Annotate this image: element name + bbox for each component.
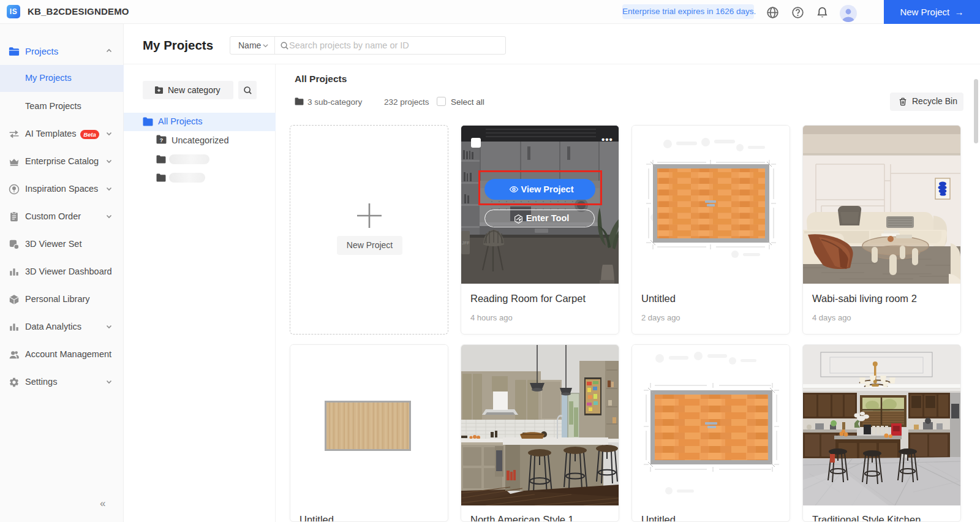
svg-text:?: ?: [160, 137, 164, 143]
